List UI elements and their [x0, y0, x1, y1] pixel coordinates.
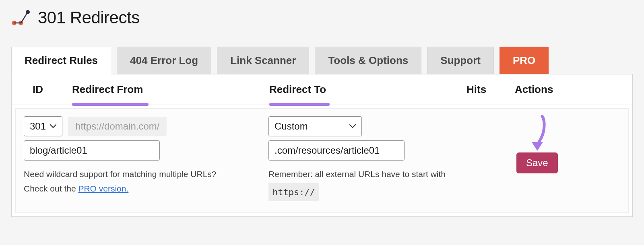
status-code-value: 301: [30, 121, 46, 132]
https-code-hint: https://: [268, 183, 319, 201]
redirect-form-row: 301 https://domain.com/ Need wildcard su…: [15, 108, 629, 213]
source-domain-chip: https://domain.com/: [68, 117, 167, 136]
arrow-down-icon: [528, 114, 548, 156]
redirect-from-column: 301 https://domain.com/ Need wildcard su…: [24, 116, 268, 201]
destination-type-select[interactable]: Custom: [268, 116, 362, 136]
status-code-select[interactable]: 301: [24, 116, 62, 136]
table-header-row: ID Redirect From Redirect To Hits Action…: [12, 74, 632, 105]
page-header: 301 Redirects: [11, 8, 633, 27]
redirect-from-path-input[interactable]: [24, 140, 160, 161]
redirect-logo-icon: [11, 10, 31, 26]
tab-pro[interactable]: PRO: [500, 47, 549, 74]
redirect-to-url-input[interactable]: [268, 140, 405, 161]
tab-404-error-log[interactable]: 404 Error Log: [117, 47, 211, 74]
tabs-nav: Redirect Rules 404 Error Log Link Scanne…: [11, 47, 633, 74]
tab-link-scanner[interactable]: Link Scanner: [217, 47, 309, 74]
to-hint-text: Remember: all external URLs have to star…: [268, 167, 513, 201]
tab-support[interactable]: Support: [427, 47, 494, 74]
rules-panel: ID Redirect From Redirect To Hits Action…: [11, 74, 633, 217]
column-header-id: ID: [12, 74, 64, 105]
chevron-down-icon: [50, 123, 56, 130]
column-header-redirect-to: Redirect To: [261, 74, 458, 105]
from-hint-text: Need wildcard support for matching multi…: [24, 167, 268, 196]
actions-column: Save: [513, 116, 620, 201]
pro-version-link[interactable]: PRO version.: [78, 184, 128, 193]
destination-type-value: Custom: [275, 121, 308, 132]
column-header-redirect-from: Redirect From: [64, 74, 261, 105]
page-title: 301 Redirects: [38, 8, 140, 27]
tab-tools-options[interactable]: Tools & Options: [315, 47, 421, 74]
column-header-hits: Hits: [458, 74, 507, 105]
redirect-to-column: Custom Remember: all external URLs have …: [268, 116, 513, 201]
chevron-down-icon: [349, 123, 356, 130]
save-button[interactable]: Save: [516, 152, 558, 173]
column-header-actions: Actions: [507, 74, 632, 105]
tab-redirect-rules[interactable]: Redirect Rules: [11, 47, 111, 74]
